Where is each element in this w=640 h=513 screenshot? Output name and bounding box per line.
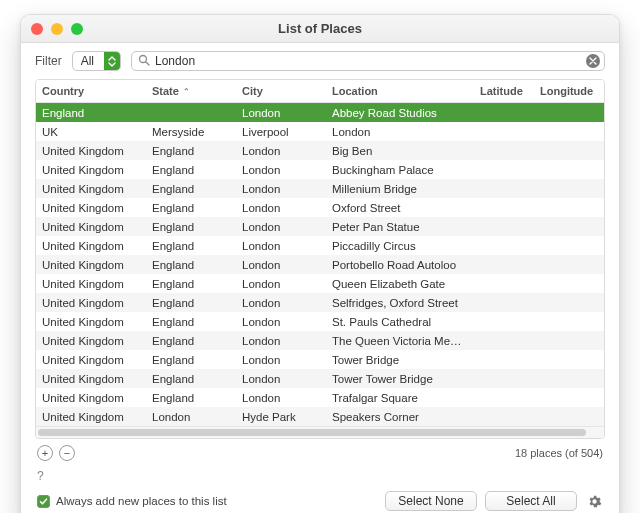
gear-icon [587, 494, 602, 509]
table-row[interactable]: United KingdomEnglandLondonOxford Street [36, 198, 604, 217]
cell-longitude [534, 141, 604, 160]
cell-city: London [236, 160, 326, 179]
cell-latitude [474, 350, 534, 369]
cell-latitude [474, 217, 534, 236]
always-add-checkbox[interactable] [37, 495, 50, 508]
cell-country: United Kingdom [36, 369, 146, 388]
cell-state: England [146, 236, 236, 255]
minus-icon: − [64, 448, 70, 459]
column-header-country[interactable]: Country [36, 80, 146, 102]
cell-longitude [534, 293, 604, 312]
cell-country: United Kingdom [36, 160, 146, 179]
remove-button[interactable]: − [59, 445, 75, 461]
table-row[interactable]: United KingdomEnglandLondonBig Ben [36, 141, 604, 160]
minimize-button[interactable] [51, 23, 63, 35]
cell-country: United Kingdom [36, 217, 146, 236]
cell-latitude [474, 141, 534, 160]
cell-state: England [146, 293, 236, 312]
cell-latitude [474, 179, 534, 198]
add-button[interactable]: + [37, 445, 53, 461]
table-row[interactable]: United KingdomEnglandLondonThe Queen Vic… [36, 331, 604, 350]
column-header-city[interactable]: City [236, 80, 326, 102]
cell-state: England [146, 312, 236, 331]
cell-latitude [474, 388, 534, 407]
cell-state: England [146, 350, 236, 369]
cell-state: England [146, 141, 236, 160]
always-add-checkbox-row[interactable]: Always add new places to this list [37, 495, 227, 508]
table-row[interactable]: United KingdomEnglandLondonTower Tower B… [36, 369, 604, 388]
cell-state: England [146, 388, 236, 407]
filter-select-value: All [73, 54, 104, 68]
scrollbar-thumb[interactable] [38, 429, 586, 436]
sort-asc-icon: ⌃ [183, 87, 190, 96]
table-row[interactable]: United KingdomEnglandLondonSt. Pauls Cat… [36, 312, 604, 331]
column-header-state[interactable]: State ⌃ [146, 80, 236, 102]
cell-country: United Kingdom [36, 255, 146, 274]
table-row[interactable]: United KingdomLondonHyde ParkSpeakers Co… [36, 407, 604, 426]
cell-longitude [534, 217, 604, 236]
zoom-button[interactable] [71, 23, 83, 35]
below-row: + − 18 places (of 504) [21, 439, 619, 461]
table-row[interactable]: United KingdomEnglandLondonSelfridges, O… [36, 293, 604, 312]
column-header-longitude[interactable]: Longitude [534, 80, 604, 102]
cell-longitude [534, 255, 604, 274]
bottom-bar: Always add new places to this list Selec… [21, 483, 619, 513]
places-table: Country State ⌃ City Location Latitude L… [35, 79, 605, 439]
table-row[interactable]: United KingdomEnglandLondonQueen Elizabe… [36, 274, 604, 293]
table-row[interactable]: United KingdomEnglandLondonTower Bridge [36, 350, 604, 369]
cell-country: United Kingdom [36, 388, 146, 407]
horizontal-scrollbar[interactable] [36, 426, 604, 438]
table-row[interactable]: United KingdomEnglandLondonPiccadilly Ci… [36, 236, 604, 255]
table-row[interactable]: United KingdomEnglandLondonBuckingham Pa… [36, 160, 604, 179]
cell-latitude [474, 103, 534, 122]
search-icon [138, 54, 150, 69]
cell-latitude [474, 274, 534, 293]
settings-button[interactable] [585, 492, 603, 510]
table-row[interactable]: United KingdomEnglandLondonMillenium Bri… [36, 179, 604, 198]
cell-latitude [474, 312, 534, 331]
table-row[interactable]: United KingdomEnglandLondonPortobello Ro… [36, 255, 604, 274]
cell-country: United Kingdom [36, 350, 146, 369]
cell-city: London [236, 255, 326, 274]
filter-select[interactable]: All [72, 51, 121, 71]
cell-country: United Kingdom [36, 274, 146, 293]
svg-line-1 [146, 62, 149, 65]
cell-latitude [474, 407, 534, 426]
cell-latitude [474, 331, 534, 350]
search-input[interactable] [155, 54, 581, 68]
help-button[interactable]: ? [37, 469, 44, 483]
help-row: ? [21, 461, 619, 483]
cell-latitude [474, 369, 534, 388]
cell-country: England [36, 103, 146, 122]
cell-longitude [534, 236, 604, 255]
select-all-button[interactable]: Select All [485, 491, 577, 511]
cell-longitude [534, 407, 604, 426]
table-row[interactable]: United KingdomEnglandLondonTrafalgar Squ… [36, 388, 604, 407]
cell-location: Piccadilly Circus [326, 236, 474, 255]
cell-city: London [236, 141, 326, 160]
clear-search-button[interactable] [586, 54, 600, 68]
titlebar: List of Places [21, 15, 619, 43]
cell-location: Big Ben [326, 141, 474, 160]
cell-country: United Kingdom [36, 179, 146, 198]
search-field[interactable] [131, 51, 605, 71]
select-none-button[interactable]: Select None [385, 491, 477, 511]
cell-country: United Kingdom [36, 407, 146, 426]
cell-location: Tower Tower Bridge [326, 369, 474, 388]
column-header-location[interactable]: Location [326, 80, 474, 102]
cell-state: Mersyside [146, 122, 236, 141]
check-icon [39, 497, 48, 506]
table-row[interactable]: United KingdomEnglandLondonPeter Pan Sta… [36, 217, 604, 236]
table-row[interactable]: UKMersysideLiverpoolLondon [36, 122, 604, 141]
cell-city: London [236, 198, 326, 217]
cell-longitude [534, 103, 604, 122]
chevron-up-down-icon [104, 52, 120, 70]
close-button[interactable] [31, 23, 43, 35]
table-row[interactable]: EnglandLondonAbbey Road Studios [36, 103, 604, 122]
cell-city: London [236, 217, 326, 236]
cell-location: Abbey Road Studios [326, 103, 474, 122]
cell-location: Trafalgar Square [326, 388, 474, 407]
cell-city: London [236, 331, 326, 350]
cell-country: United Kingdom [36, 141, 146, 160]
column-header-latitude[interactable]: Latitude [474, 80, 534, 102]
